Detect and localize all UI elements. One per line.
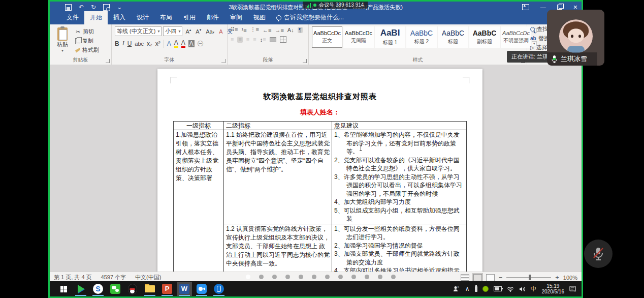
margin-mark-icon (463, 77, 469, 83)
tray-expand-icon[interactable]: ∧ (465, 285, 470, 292)
superscript-button[interactable]: x² (155, 40, 160, 47)
style-subtle-emphasis[interactable]: AaBbCcDc不明显强调 (501, 26, 531, 48)
restore-button[interactable] (557, 5, 562, 10)
start-button[interactable] (56, 282, 71, 296)
tab-mailings[interactable]: 邮件 (201, 11, 224, 24)
sort-icon[interactable]: A↓ (287, 27, 294, 33)
subscript-button[interactable]: x₂ (147, 40, 152, 47)
ribbon-display-options-icon[interactable] (522, 4, 529, 10)
zoom-level[interactable]: 100% (563, 275, 577, 281)
style-normal[interactable]: AaBbCcDc正文 (312, 26, 342, 48)
taskbar-clock[interactable]: 15:19 2020/5/16 (542, 283, 565, 294)
taskbar-tencent-meeting[interactable] (194, 282, 209, 296)
clear-formatting-button[interactable]: A (217, 28, 224, 35)
enclose-characters-button[interactable]: ㊀ (198, 39, 204, 48)
wifi-icon[interactable] (507, 286, 514, 292)
ime-indicator[interactable]: 中 (531, 285, 537, 293)
page-indicator[interactable]: 第 1 页, 共 4 页 (54, 274, 92, 281)
meeting-id-pill[interactable]: 会议号 389 613 914 (303, 2, 368, 9)
header-level1: 一级指标 (174, 122, 224, 130)
change-case-button[interactable]: Aa▾ (204, 28, 216, 35)
bold-button[interactable]: B (115, 40, 119, 47)
dialog-launcher-icon[interactable] (221, 59, 226, 63)
notification-center-icon[interactable] (569, 286, 576, 292)
tab-file[interactable]: 文件 (61, 11, 84, 24)
zoom-slider[interactable] (506, 277, 551, 278)
multilevel-list-icon[interactable]: ⋮≡ (250, 26, 259, 33)
borders-icon[interactable] (280, 36, 286, 43)
show-marks-icon[interactable]: ¶ (298, 27, 303, 33)
tab-references[interactable]: 引用 (178, 11, 201, 24)
tell-me-box[interactable]: 告诉我您想要做什么... (271, 11, 349, 24)
style-heading1[interactable]: AaBI标题 1 (375, 26, 405, 48)
align-right-icon[interactable]: ≡ (246, 37, 249, 43)
style-no-spacing[interactable]: AaBbCcDc无间隔 (343, 26, 374, 48)
taskbar-qq[interactable] (125, 282, 140, 296)
tab-home[interactable]: 开始 (84, 11, 108, 24)
align-left-icon[interactable]: ≡ (231, 37, 234, 43)
taskbar-powerpoint[interactable]: P (159, 282, 175, 296)
font-group: 等线 (中文正文)▾ 小四▾ A▴ A▾ Aa▾ A 变 B I U abc x… (112, 24, 228, 65)
grow-font-button[interactable]: A▴ (184, 27, 192, 35)
dot-active[interactable] (246, 275, 250, 279)
mic-active-icon (551, 55, 558, 64)
page-dots-indicator[interactable] (246, 275, 396, 279)
taskbar-media-player[interactable] (73, 282, 88, 296)
font-size-combobox[interactable]: 小四▾ (163, 26, 182, 36)
decrease-indent-icon[interactable]: ←≡ (263, 27, 271, 33)
battery-icon[interactable] (494, 286, 502, 291)
taskbar-word-active[interactable]: W (177, 282, 192, 296)
people-icon[interactable]: ᴿ (453, 286, 460, 292)
web-layout-icon[interactable] (486, 274, 495, 281)
print-layout-icon[interactable] (473, 274, 482, 281)
zoom-slider-thumb[interactable] (529, 275, 531, 280)
security-tray-icon[interactable] (482, 286, 489, 292)
strikethrough-button[interactable]: abc (135, 41, 144, 47)
underline-button[interactable]: U (127, 40, 132, 47)
tab-view[interactable]: 视图 (248, 11, 271, 24)
read-mode-icon[interactable] (461, 274, 469, 281)
usb-device-icon[interactable] (475, 286, 477, 292)
dialog-launcher-icon[interactable] (106, 59, 110, 63)
participant-video-tile[interactable]: 兰琪冰雪 (547, 10, 604, 66)
word-count[interactable]: 4597 个字 (101, 274, 126, 281)
taskbar-wechat[interactable] (108, 282, 123, 296)
zoom-in-button[interactable]: + (555, 274, 559, 281)
cut-button[interactable]: ✂剪切 (75, 28, 99, 36)
paste-button[interactable]: 粘贴 ▾ (53, 26, 72, 54)
numbering-icon[interactable]: ¹≡ (241, 27, 246, 33)
dialog-launcher-icon[interactable] (303, 59, 307, 63)
style-heading2[interactable]: AaBbC标题 2 (406, 26, 437, 48)
italic-button[interactable]: I (122, 40, 124, 47)
highlight-color-button[interactable]: A (174, 39, 178, 48)
tab-layout[interactable]: 布局 (154, 11, 178, 24)
document-page[interactable]: 软弱涣散基层党组织排查对照表 填表人姓名： 一级指标 二级指标 意见建议 1.加… (157, 69, 482, 272)
tab-design[interactable]: 设计 (131, 11, 154, 24)
tab-insert[interactable]: 插入 (108, 11, 131, 24)
style-subtitle[interactable]: AaBbC副标题 (469, 26, 500, 48)
bullets-icon[interactable]: ⠿≡ (231, 26, 238, 33)
tab-review[interactable]: 审阅 (224, 11, 248, 24)
font-name-combobox[interactable]: 等线 (中文正文)▾ (115, 26, 162, 36)
taskbar-sogou-browser[interactable]: S (90, 282, 106, 296)
format-painter-button[interactable]: 格式刷 (75, 46, 99, 54)
zoom-out-button[interactable]: − (499, 274, 503, 281)
increase-indent-icon[interactable]: →≡ (275, 27, 283, 33)
taskbar-phone-cast[interactable] (211, 282, 227, 296)
shading-icon[interactable] (270, 37, 276, 42)
minimize-button[interactable]: — (540, 4, 546, 10)
character-shading-button[interactable]: A (188, 40, 195, 47)
line-spacing-icon[interactable]: ↕≡ (260, 37, 266, 43)
font-color-button[interactable]: A (181, 39, 185, 48)
text-effects-button[interactable]: A (167, 40, 171, 47)
document-area[interactable]: 软弱涣散基层党组织排查对照表 填表人姓名： 一级指标 二级指标 意见建议 1.加… (50, 65, 582, 272)
shrink-font-button[interactable]: A▾ (194, 27, 203, 35)
align-center-icon[interactable]: ≡ (237, 37, 242, 43)
justify-icon[interactable]: ≡ (253, 37, 256, 43)
copy-button[interactable]: 复制 (75, 37, 99, 45)
style-title[interactable]: AaBbC标题 (438, 26, 468, 48)
language-indicator[interactable]: 中文(中国) (135, 274, 161, 281)
speaker-icon[interactable] (519, 286, 526, 292)
mic-mute-button[interactable] (584, 240, 613, 268)
taskbar-file-explorer[interactable] (142, 282, 157, 296)
